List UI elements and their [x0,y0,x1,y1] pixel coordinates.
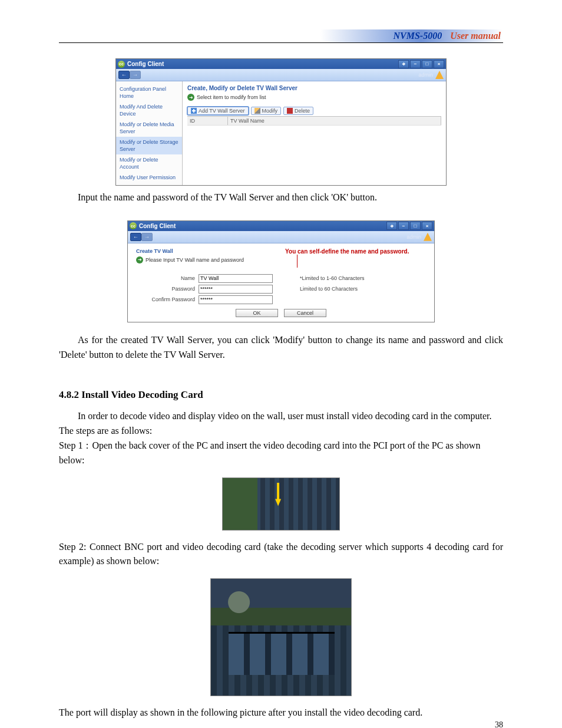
window-title: Config Client [139,223,176,229]
lock-icon[interactable]: ⎆ [398,60,409,68]
current-user-label: admin [406,234,421,240]
delete-label: Delete [295,108,310,114]
navbar: ← → admin [128,231,434,243]
close-icon[interactable]: × [422,222,432,230]
name-field[interactable] [199,274,273,283]
sidebar-item-storage[interactable]: Modify or Delete Storage Server [116,137,182,154]
add-tv-wall-button[interactable]: Add TV Wall Server [187,107,249,115]
section-heading: 4.8.2 Install Video Decoding Card [59,389,503,401]
add-tv-wall-label: Add TV Wall Server [199,108,245,114]
modify-button[interactable]: Modify [251,107,282,115]
hint-icon: ➜ [187,94,194,101]
password-field[interactable] [199,285,273,294]
config-client-window-1: cc Config Client ⎆ − □ × ← → admin Confi… [115,58,447,186]
content-hint: Select item to modify from list [197,94,266,100]
titlebar: cc Config Client ⎆ − □ × [128,221,434,231]
password-hint: Limited to 60 Characters [300,286,358,292]
window-buttons: ⎆ − □ × [386,222,432,230]
table-header: ID TV Wall Name [187,116,441,125]
paragraph-port-display: The port will display as shown in the fo… [59,706,503,720]
window-title: Config Client [127,61,164,67]
delete-button[interactable]: Delete [283,107,313,115]
product-name: NVMS-5000 [394,31,442,41]
manual-label: User manual [450,31,501,41]
password-label: Password [136,286,195,292]
header-text: NVMS-5000 User manual [394,31,501,41]
app-icon: cc [130,222,137,229]
figure-bnc-connect [210,578,352,696]
col-name: TV Wall Name [228,117,441,125]
pencil-icon [254,108,260,114]
sidebar: Configuration Panel Home Modify And Dele… [116,81,183,185]
name-hint: *Limited to 1-60 Characters [300,275,365,281]
user-icon[interactable] [435,71,444,79]
user-icon[interactable] [424,233,432,241]
window-buttons: ⎆ − □ × [398,60,444,68]
content-title: Create, Modify or Delete TV Wall Server [187,85,441,91]
plus-icon [191,108,197,114]
ok-button[interactable]: OK [236,309,278,317]
step2-text: Step 2: Connect BNC port and video decod… [59,540,503,569]
paragraph-modify-delete: As for the created TV Wall Server, you c… [59,333,503,363]
figure-pcb-insert [222,477,340,531]
form-hint: Please Input TV Wall name and password [146,257,244,263]
current-user-label: admin [418,72,433,78]
cancel-button[interactable]: Cancel [284,309,326,317]
nav-back-button[interactable]: ← [118,71,130,79]
nav-forward-button[interactable]: → [141,233,153,241]
sidebar-item-account[interactable]: Modify or Delete Account [116,154,182,172]
callout-text: You can self-define the name and passwor… [285,248,409,255]
app-icon: cc [118,61,125,68]
lock-icon[interactable]: ⎆ [386,222,397,230]
sidebar-item-permission[interactable]: Modify User Permission [116,172,182,183]
page-header: NVMS-5000 User manual [59,29,503,43]
titlebar: cc Config Client ⎆ − □ × [116,59,446,69]
paragraph-steps-intro: The steps are as follows: [59,424,503,439]
col-id: ID [187,117,228,125]
hint-icon: ➜ [136,256,143,263]
nav-forward-button[interactable]: → [130,71,141,79]
content-panel: Create, Modify or Delete TV Wall Server … [183,81,446,185]
confirm-password-label: Confirm Password [136,297,195,302]
confirm-password-field[interactable] [199,295,273,304]
minimize-icon[interactable]: − [398,222,409,230]
modify-label: Modify [262,108,278,114]
paragraph-intro: In order to decode video and display vid… [59,409,503,424]
maximize-icon[interactable]: □ [410,222,421,230]
sidebar-item-device[interactable]: Modify And Delete Device [116,101,182,119]
table-row[interactable] [187,125,441,139]
maximize-icon[interactable]: □ [422,60,432,68]
name-label: Name [136,275,195,281]
callout-leader-line [297,255,297,268]
minimize-icon[interactable]: − [410,60,421,68]
trash-icon [287,108,293,114]
step1-text: Step 1：Open the back cover of the PC and… [59,439,503,468]
section-title: Create TV Wall [136,248,244,254]
instruction-input-name: Input the name and password of the TV Wa… [59,190,503,205]
nav-back-button[interactable]: ← [130,233,141,241]
toolbar: Add TV Wall Server Modify Delete [187,107,441,115]
sidebar-item-media[interactable]: Modify or Delete Media Server [116,119,182,137]
sidebar-item-home[interactable]: Configuration Panel Home [116,84,182,101]
page-number: 38 [495,720,503,728]
navbar: ← → admin [116,69,446,81]
config-client-window-2: cc Config Client ⎆ − □ × ← → admin Creat… [127,220,435,322]
close-icon[interactable]: × [434,60,444,68]
